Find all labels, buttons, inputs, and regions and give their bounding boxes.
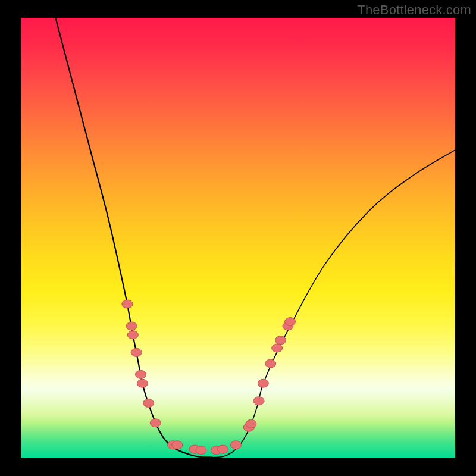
marker-dot: [258, 379, 268, 387]
marker-dot: [126, 322, 137, 330]
marker-dot: [172, 441, 183, 449]
marker-dot: [285, 318, 296, 326]
chart-frame: TheBottleneck.com: [0, 0, 476, 476]
marker-dot: [135, 370, 146, 378]
marker-dot: [246, 419, 256, 428]
marker-dot: [131, 348, 142, 356]
marker-dot: [253, 397, 264, 405]
watermark-text: TheBottleneck.com: [357, 2, 471, 18]
marker-dot: [150, 419, 161, 427]
marker-dot: [272, 344, 283, 352]
bottleneck-curve: [21, 18, 455, 458]
curve-right-branch: [212, 150, 455, 458]
marker-dot: [196, 446, 206, 455]
marker-dot: [265, 359, 276, 368]
marker-dots: [122, 300, 296, 455]
curve-left-branch: [55, 18, 212, 458]
marker-dot: [127, 331, 138, 339]
marker-dot: [275, 336, 286, 345]
marker-dot: [143, 399, 154, 408]
plot-area: [21, 18, 455, 458]
marker-dot: [122, 300, 133, 308]
marker-dot: [217, 445, 228, 453]
marker-dot: [137, 379, 148, 387]
marker-dot: [230, 441, 241, 449]
